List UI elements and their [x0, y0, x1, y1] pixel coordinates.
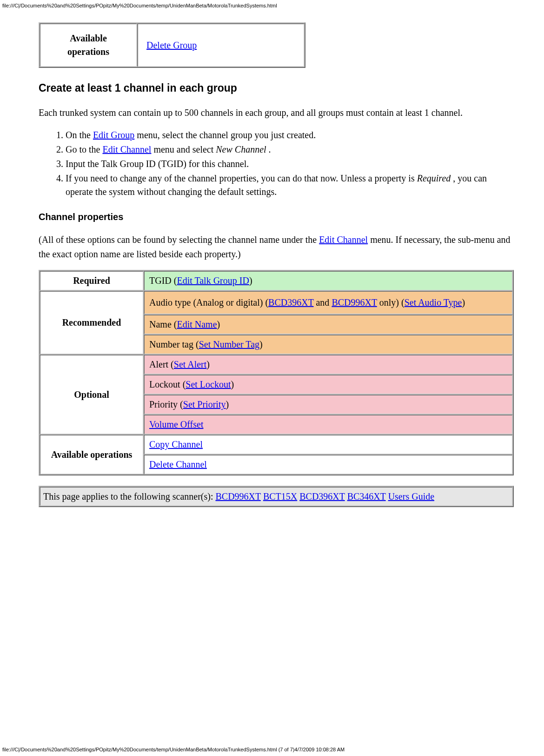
applies-to-footer: This page applies to the following scann…: [39, 486, 514, 507]
step-3: Input the Talk Group ID (TGID) for this …: [66, 157, 514, 171]
required-cell-1: TGID (Edit Talk Group ID): [144, 271, 513, 291]
numtag-b: ): [259, 339, 263, 349]
available-operations-header-2: Available operations: [40, 435, 144, 475]
optional-cell-4: Volume Offset: [144, 415, 513, 435]
recommended-cell-3: Number tag (Set Number Tag): [144, 335, 513, 355]
bc346xt-footer-link[interactable]: BC346XT: [347, 491, 386, 502]
audio-type-mid: and: [313, 297, 332, 308]
heading-channel-properties: Channel properties: [39, 212, 514, 222]
intro2-a: (All of these options can be found by se…: [39, 234, 319, 245]
document-content: Available operations Delete Group Create…: [39, 22, 514, 507]
channel-properties-intro: (All of these options can be found by se…: [39, 233, 514, 261]
bcd996xt-link[interactable]: BCD996XT: [332, 297, 377, 308]
bcd996xt-footer-link[interactable]: BCD996XT: [215, 491, 260, 502]
bct15x-footer-link[interactable]: BCT15X: [263, 491, 297, 502]
recommended-cell-1: Audio type (Analog or digital) (BCD396XT…: [144, 291, 513, 314]
set-alert-link[interactable]: Set Alert: [174, 359, 207, 369]
step-4-em: Required: [417, 173, 451, 183]
audio-type-c: ): [462, 297, 465, 308]
edit-name-link[interactable]: Edit Name: [177, 319, 217, 329]
applies-to-text: This page applies to the following scann…: [43, 491, 215, 502]
heading-create-channel: Create at least 1 channel in each group: [39, 82, 514, 94]
recommended-header: Recommended: [40, 291, 144, 355]
edit-group-link[interactable]: Edit Group: [93, 130, 134, 140]
lockout-a: Lockout (: [149, 379, 186, 389]
bcd396xt-link[interactable]: BCD396XT: [268, 297, 313, 308]
step-1-text-a: On the: [66, 130, 93, 140]
name-b: ): [217, 319, 220, 329]
users-guide-footer-link[interactable]: Users Guide: [388, 491, 434, 502]
recommended-cell-2: Name (Edit Name): [144, 314, 513, 335]
step-4-text-a: If you need to change any of the channel…: [66, 173, 417, 183]
step-1: On the Edit Group menu, select the chann…: [66, 128, 514, 142]
edit-channel-link-2[interactable]: Edit Channel: [319, 234, 368, 245]
priority-b: ): [226, 399, 229, 409]
tgid-text-b: ): [249, 275, 252, 286]
edit-channel-link[interactable]: Edit Channel: [102, 144, 151, 154]
available-cell-2: Delete Channel: [144, 455, 513, 475]
available-operations-header: Available operations: [40, 23, 137, 67]
available-operations-table: Available operations Delete Group: [39, 22, 305, 68]
audio-type-b: only) (: [377, 297, 405, 308]
available-cell-1: Copy Channel: [144, 435, 513, 455]
numtag-a: Number tag (: [149, 339, 199, 349]
optional-cell-3: Priority (Set Priority): [144, 395, 513, 415]
url-path-bottom: file:///C|/Documents%20and%20Settings/PO…: [2, 747, 345, 752]
set-audio-type-link[interactable]: Set Audio Type: [405, 297, 462, 308]
step-4: If you need to change any of the channel…: [66, 172, 514, 199]
intro-paragraph: Each trunked system can contain up to 50…: [39, 106, 514, 120]
copy-channel-link[interactable]: Copy Channel: [149, 439, 203, 449]
edit-talk-group-id-link[interactable]: Edit Talk Group ID: [177, 275, 249, 286]
delete-channel-link[interactable]: Delete Channel: [149, 459, 207, 469]
step-2-em: New Channel: [216, 144, 266, 154]
alert-a: Alert (: [149, 359, 174, 369]
optional-header: Optional: [40, 355, 144, 435]
channel-properties-table: Required TGID (Edit Talk Group ID) Recom…: [39, 270, 514, 475]
set-number-tag-link[interactable]: Set Number Tag: [199, 339, 259, 349]
optional-cell-1: Alert (Set Alert): [144, 355, 513, 375]
set-lockout-link[interactable]: Set Lockout: [186, 379, 231, 389]
url-path-top: file:///C|/Documents%20and%20Settings/PO…: [2, 0, 542, 8]
optional-cell-2: Lockout (Set Lockout): [144, 375, 513, 395]
applies-to-cell: This page applies to the following scann…: [40, 487, 513, 506]
bcd396xt-footer-link[interactable]: BCD396XT: [299, 491, 345, 502]
step-2-text-c: .: [266, 144, 271, 154]
volume-offset-link[interactable]: Volume Offset: [149, 419, 203, 429]
step-1-text-b: menu, select the channel group you just …: [134, 130, 316, 140]
required-header: Required: [40, 271, 144, 291]
available-operations-cell: Delete Group: [137, 23, 305, 67]
tgid-text-a: TGID (: [149, 275, 177, 286]
step-2-text-b: menu and select: [151, 144, 216, 154]
name-a: Name (: [149, 319, 177, 329]
priority-a: Priority (: [149, 399, 183, 409]
set-priority-link[interactable]: Set Priority: [183, 399, 226, 409]
alert-b: ): [206, 359, 210, 369]
lockout-b: ): [231, 379, 234, 389]
steps-list: On the Edit Group menu, select the chann…: [39, 128, 514, 199]
audio-type-a: Audio type (Analog or digital) (: [149, 297, 268, 308]
step-2: Go to the Edit Channel menu and select N…: [66, 143, 514, 156]
delete-group-link[interactable]: Delete Group: [146, 40, 197, 50]
step-2-text-a: Go to the: [66, 144, 102, 154]
